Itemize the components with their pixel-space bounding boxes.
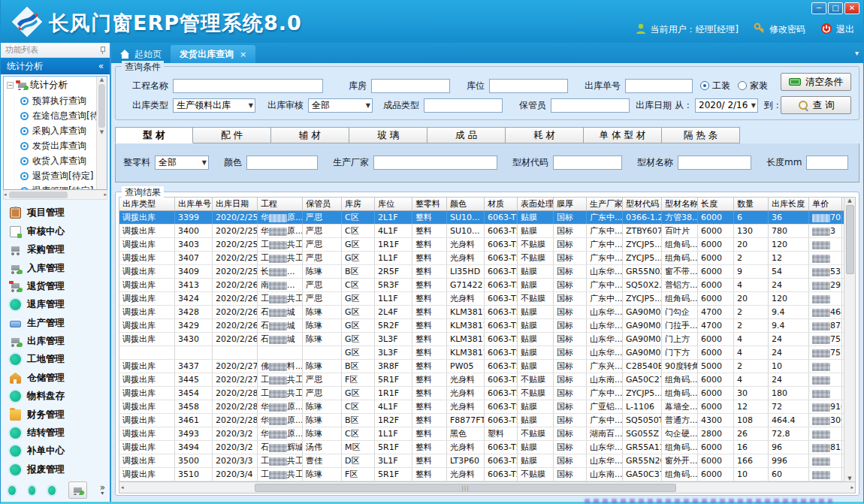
- project-name-input[interactable]: [173, 79, 323, 93]
- column-header[interactable]: 出库日期: [213, 198, 258, 210]
- column-header[interactable]: 颜色: [447, 198, 485, 210]
- sidebar-item-补单中心[interactable]: 补单中心: [10, 445, 110, 457]
- material-tab-4[interactable]: 玻 璃: [349, 127, 427, 143]
- table-row[interactable]: 调拨出库34002020/2/25华原...严思C区4L1F整料SU10...6…: [119, 225, 844, 238]
- column-header[interactable]: 表面处理: [518, 198, 554, 210]
- material-tab-1[interactable]: 型 材: [115, 127, 193, 143]
- tree-item[interactable]: 在途信息查询[待: [4, 108, 107, 123]
- more-buttons-chevron[interactable]: »▾: [100, 485, 105, 496]
- tree-expander-icon[interactable]: −: [7, 82, 14, 89]
- table-row[interactable]: 调拨出库34612020/2/28华原...陈琳B区1R2F整料F8877FT6…: [119, 414, 844, 427]
- table-row[interactable]: 调拨出库35002020/3/3工共工程曹佳D区3L1F整料LT3P606063…: [119, 454, 844, 468]
- factory-input[interactable]: [373, 155, 497, 170]
- tab-shipping-outbound-query[interactable]: 发货出库查询 ×: [171, 45, 255, 63]
- location-input[interactable]: [489, 79, 568, 93]
- column-header[interactable]: 单价: [809, 198, 842, 210]
- color-input[interactable]: [246, 155, 318, 170]
- table-row[interactable]: 调拨出库34542020/2/28工共工程严思G区1R1F整料光身料6063-T…: [119, 387, 844, 400]
- cart-shortcut-button[interactable]: [68, 481, 87, 499]
- tree-horizontal-scrollbar[interactable]: ◂▸: [3, 190, 107, 200]
- sidebar-item-工地管理[interactable]: 工地管理: [10, 353, 110, 366]
- sidebar-item-生产管理[interactable]: 生产管理: [10, 317, 110, 330]
- column-header[interactable]: 出库单号: [175, 198, 213, 210]
- table-row[interactable]: 调拨出库34032020/2/25工共工程严思G区1R1F整料光身料6063-T…: [119, 238, 844, 252]
- sidebar-item-财务管理[interactable]: 财务管理: [10, 409, 110, 421]
- sidebar-item-项目管理[interactable]: 项目管理: [10, 207, 110, 219]
- sidebar-item-出库管理[interactable]: 出库管理: [10, 335, 110, 348]
- table-row[interactable]: 调拨出库34282020/2/26石城陈琳G区2L4F整料KLM38176063…: [119, 306, 844, 319]
- sidebar-item-退库管理[interactable]: 退库管理: [10, 298, 110, 311]
- sidebar-item-入库管理[interactable]: 入库管理: [10, 262, 110, 275]
- column-header[interactable]: 整零料: [412, 198, 447, 210]
- column-header[interactable]: 膜厚: [554, 198, 587, 210]
- section-header[interactable]: 统计分析 «: [1, 58, 110, 74]
- table-row[interactable]: 调拨出库34292020/2/26石城陈琳G区5R2F整料KLM38176063…: [119, 319, 844, 333]
- table-row[interactable]: 调拨出库34242020/2/26工共工程严思G区1L1F整料光身料6063-T…: [119, 292, 844, 306]
- status-dot-icon[interactable]: [48, 486, 56, 495]
- sidebar-item-退货管理[interactable]: 退货管理: [10, 280, 110, 293]
- out-audit-select[interactable]: 全部▼: [308, 98, 373, 113]
- sidebar-item-物料盘存[interactable]: 物料盘存: [10, 390, 110, 403]
- tree-root[interactable]: − 统计分析: [4, 77, 107, 93]
- table-row[interactable]: 调拨出库34092020/2/25长...陈琳B区2R5F整料LI35HD606…: [119, 265, 844, 279]
- column-header[interactable]: 出库类型: [119, 198, 175, 210]
- length-input[interactable]: [806, 155, 848, 170]
- tree-item[interactable]: 发货出库查询: [4, 138, 107, 153]
- radio-gongzhuang[interactable]: 工装: [700, 80, 730, 92]
- column-header[interactable]: 长度: [698, 198, 734, 210]
- material-tab-5[interactable]: 成 品: [427, 127, 506, 143]
- maximize-button[interactable]: □: [828, 2, 843, 14]
- column-header[interactable]: 材质: [485, 198, 518, 210]
- tree-item[interactable]: 采购入库查询: [4, 123, 107, 138]
- search-button[interactable]: 查 询: [781, 96, 851, 114]
- table-row[interactable]: 调拨出库34302020/2/26石城陈琳G区3L3F整料KLM38176063…: [119, 333, 844, 346]
- sidebar-item-采购管理[interactable]: 采购管理: [10, 243, 110, 256]
- table-horizontal-scrollbar[interactable]: ◂|||▸: [119, 482, 856, 493]
- tree-item[interactable]: 收货入库查询: [4, 153, 107, 168]
- table-row[interactable]: 调拨出库34942020/3/2石辉城汤伟M区5R1F整料光身料6063-T5贴…: [119, 441, 844, 454]
- tree-item[interactable]: 预算执行查询: [4, 93, 107, 108]
- sidebar-item-仓储管理[interactable]: 仓储管理: [10, 372, 110, 385]
- table-row[interactable]: 调拨出库33992020/2/25华原...严思C区2L1F整料SU10...6…: [119, 211, 844, 225]
- table-row[interactable]: 调拨出库34932020/3/2华原...陈琳C区1L1F整料黑色塑料不贴膜国标…: [119, 427, 844, 441]
- sidebar-item-结转管理[interactable]: 结转管理: [10, 427, 110, 439]
- change-password-button[interactable]: 修改密码: [754, 23, 805, 37]
- column-header[interactable]: 出库长度: [769, 198, 809, 210]
- clear-conditions-button[interactable]: 清空条件: [781, 73, 851, 91]
- table-row[interactable]: G区3L3F整料KLM38176063-T5贴膜国标山东华...GA90M09.…: [119, 346, 844, 360]
- status-dot-icon[interactable]: [8, 486, 16, 495]
- column-header[interactable]: 库房: [342, 198, 375, 210]
- material-tab-6[interactable]: 耗 材: [506, 127, 584, 143]
- date-from-select[interactable]: 2020/ 2/16▼: [695, 98, 758, 113]
- close-button[interactable]: ✕: [844, 2, 859, 14]
- table-row[interactable]: 调拨出库35102020/3/4工共工程陈琳F区5R1F整料光身料6063-T5…: [119, 468, 844, 481]
- whole-part-select[interactable]: 全部▼: [155, 155, 209, 170]
- table-row[interactable]: 调拨出库34372020/2/27佛料...陈琳B区3R8F整料PW056063…: [119, 360, 844, 373]
- tab-close-icon[interactable]: ×: [240, 50, 246, 59]
- table-row[interactable]: 调拨出库34132020/2/26南...严思C区5R3F整料G71422606…: [119, 279, 844, 292]
- collapse-icon[interactable]: «: [98, 61, 104, 71]
- table-vertical-scrollbar[interactable]: ▲▼: [844, 198, 855, 481]
- radio-jiazhuang[interactable]: 家装: [738, 80, 768, 92]
- tab-list-dropdown-icon[interactable]: ▾: [855, 49, 859, 57]
- sidebar-item-审核中心[interactable]: 审核中心: [10, 225, 110, 238]
- sidebar-item-报废管理[interactable]: 报废管理: [10, 463, 110, 476]
- keeper-input[interactable]: [551, 98, 630, 113]
- table-row[interactable]: 调拨出库34072020/2/25工共工程严思G区1L1F整料光身料6063-T…: [119, 252, 844, 265]
- status-dot-icon[interactable]: [29, 486, 36, 495]
- column-header[interactable]: 型材代码: [623, 198, 662, 210]
- tree-vertical-scrollbar[interactable]: ▲▼: [96, 77, 107, 189]
- warehouse-input[interactable]: [371, 79, 450, 93]
- material-tab-2[interactable]: 配 件: [193, 127, 271, 143]
- column-header[interactable]: 保管员: [303, 198, 342, 210]
- profile-name-input[interactable]: [678, 155, 751, 170]
- tree-item[interactable]: 退库管理[待定]: [4, 183, 107, 190]
- out-type-select[interactable]: 生产领料出库▼: [173, 98, 255, 113]
- product-type-input[interactable]: [424, 98, 503, 113]
- tree-item[interactable]: 退货查询[待定]: [4, 168, 107, 183]
- table-row[interactable]: 调拨出库34452020/2/27工共工程严思F区5R1F整料光身料6063-T…: [119, 373, 844, 387]
- material-tab-7[interactable]: 单 体 型 材: [584, 127, 662, 143]
- column-header[interactable]: 生产厂家: [587, 198, 623, 210]
- column-header[interactable]: 库位: [375, 198, 412, 210]
- column-header[interactable]: 型材名称: [662, 198, 698, 210]
